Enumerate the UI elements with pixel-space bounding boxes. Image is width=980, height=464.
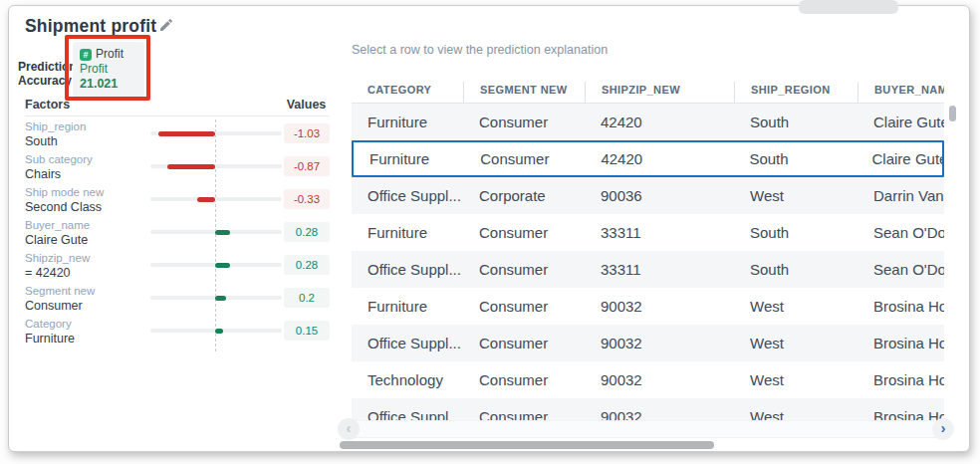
- factor-bar: [215, 296, 226, 301]
- factor-row: Ship mode newSecond Class-0.33: [9, 182, 338, 215]
- table-cell: Consumer: [463, 298, 585, 315]
- table-cell: West: [734, 371, 858, 388]
- factor-value-badge: 0.2: [284, 288, 330, 308]
- table-cell: 90032: [585, 335, 734, 351]
- table-header-row: CATEGORYSEGMENT NEWSHIPZIP_NEWSHIP_REGIO…: [352, 82, 944, 104]
- table-cell: 42420: [585, 114, 734, 130]
- table-cell: Furniture: [352, 298, 463, 315]
- table-cell: Furniture: [352, 224, 463, 241]
- factor-value-badge: -0.33: [284, 189, 330, 209]
- prediction-card: Shipment profit Prediction Accuracy # Pr…: [8, 5, 970, 452]
- factor-bar: [197, 197, 215, 202]
- column-header-shipzip-new[interactable]: SHIPZIP_NEW: [585, 82, 734, 103]
- column-header-segment-new[interactable]: SEGMENT NEW: [463, 82, 585, 103]
- factor-row: Buyer_nameClaire Gute0.28: [9, 215, 338, 248]
- edit-icon[interactable]: [158, 17, 174, 33]
- numeric-field-icon: #: [80, 49, 92, 61]
- factor-value-label: Consumer: [25, 299, 83, 313]
- accuracy-badge: # Profit Profit 21.021: [73, 42, 144, 98]
- table-cell: 90032: [585, 298, 734, 315]
- factor-value-badge: 0.28: [284, 222, 330, 242]
- table-cell: 42420: [585, 150, 733, 167]
- table-hint: Select a row to view the prediction expl…: [352, 43, 608, 57]
- factor-value-badge: 0.15: [284, 321, 330, 341]
- factor-bar: [215, 230, 230, 235]
- factor-bar-track: [150, 197, 282, 201]
- factor-row: CategoryFurniture0.15: [9, 314, 338, 347]
- factor-value-badge: 0.28: [284, 255, 330, 275]
- factor-value-label: Second Class: [25, 200, 102, 214]
- prev-page-icon[interactable]: ‹: [338, 418, 360, 440]
- prediction-accuracy-label: Prediction Accuracy: [18, 60, 80, 88]
- factor-row: Ship_regionSouth-1.03: [9, 116, 338, 149]
- factor-value-badge: -1.03: [284, 123, 330, 143]
- table-cell: Darrin Van H: [858, 187, 944, 204]
- table-cell: 90032: [585, 371, 734, 388]
- table-cell: Brosina Hof: [858, 335, 944, 351]
- table-cell: Consumer: [463, 335, 585, 351]
- table-cell: 90036: [585, 187, 734, 204]
- table-row[interactable]: FurnitureConsumer42420SouthClaire Gute: [352, 140, 944, 177]
- browser-tab-remnant: [799, 0, 898, 14]
- table-row[interactable]: Office Suppl...Consumer90032WestBrosina …: [352, 325, 944, 361]
- factor-name: Category: [25, 318, 72, 330]
- table-cell: Office Suppl...: [352, 261, 463, 278]
- factor-name: Shipzip_new: [25, 252, 90, 264]
- table-cell: Corporate: [463, 187, 585, 204]
- vertical-scrollbar-thumb[interactable]: [949, 106, 956, 121]
- table-cell: West: [734, 187, 858, 204]
- factor-name: Ship_region: [25, 120, 86, 132]
- table-row[interactable]: Office Suppl...Corporate90036WestDarrin …: [352, 177, 944, 214]
- table-cell: 33311: [585, 261, 734, 278]
- table-cell: Consumer: [464, 150, 585, 167]
- column-header-category[interactable]: CATEGORY: [352, 82, 463, 103]
- factor-value-label: = 42420: [25, 266, 71, 280]
- factor-bar: [215, 329, 223, 334]
- table-cell: Sean O'Don: [858, 261, 944, 278]
- table-cell: Claire Gute: [857, 150, 942, 167]
- badge-target-name: Profit: [80, 62, 137, 77]
- table-cell: Brosina Hof: [858, 298, 944, 315]
- column-header-ship-region[interactable]: SHIP_REGION: [734, 82, 858, 103]
- factor-value-badge: -0.87: [284, 156, 330, 176]
- prediction-table: CATEGORYSEGMENT NEWSHIPZIP_NEWSHIP_REGIO…: [352, 82, 944, 435]
- table-row[interactable]: TechnologyConsumer90032WestBrosina Hof: [352, 361, 944, 398]
- column-header-buyer-name[interactable]: BUYER_NAME: [858, 82, 944, 103]
- table-cell: Brosina Hof: [858, 371, 944, 388]
- table-row[interactable]: Office Suppl...Consumer33311SouthSean O'…: [352, 251, 944, 288]
- table-cell: Office Suppl...: [352, 187, 463, 204]
- factor-value-label: Furniture: [25, 332, 75, 346]
- table-row[interactable]: FurnitureConsumer42420SouthClaire Gute: [352, 104, 944, 140]
- next-page-icon[interactable]: ›: [932, 418, 954, 440]
- factor-row: Segment newConsumer0.2: [9, 281, 338, 314]
- horizontal-scrollbar-thumb[interactable]: [340, 441, 714, 449]
- table-cell: South: [734, 114, 858, 130]
- factor-bar: [167, 164, 215, 169]
- table-cell: Consumer: [463, 261, 585, 278]
- factor-name: Buyer_name: [25, 219, 90, 231]
- factors-header: Factors: [25, 98, 70, 112]
- factor-name: Segment new: [25, 285, 95, 297]
- values-header: Values: [283, 98, 330, 112]
- factor-name: Ship mode new: [25, 186, 104, 198]
- table-row[interactable]: FurnitureConsumer90032WestBrosina Hof: [352, 288, 944, 325]
- factor-bar: [158, 131, 215, 136]
- table-cell: Consumer: [463, 371, 585, 388]
- table-cell: West: [734, 298, 858, 315]
- pagination-track: [346, 420, 943, 438]
- table-cell: West: [734, 335, 858, 351]
- table-cell: South: [733, 150, 856, 167]
- table-cell: Furniture: [354, 150, 464, 167]
- table-cell: Furniture: [352, 114, 463, 130]
- table-body: FurnitureConsumer42420SouthClaire GuteFu…: [352, 104, 944, 435]
- table-row[interactable]: FurnitureConsumer33311SouthSean O'Don: [352, 214, 944, 251]
- factor-name: Sub category: [25, 153, 93, 165]
- table-cell: Consumer: [463, 224, 585, 241]
- page-title: Shipment profit: [25, 16, 156, 37]
- table-cell: Office Suppl...: [352, 335, 463, 351]
- table-cell: Claire Gute: [858, 114, 944, 130]
- badge-value: 21.021: [80, 77, 137, 92]
- table-cell: Consumer: [463, 114, 585, 130]
- factor-row: Sub categoryChairs-0.87: [9, 149, 338, 182]
- page: Shipment profit Prediction Accuracy # Pr…: [0, 0, 980, 464]
